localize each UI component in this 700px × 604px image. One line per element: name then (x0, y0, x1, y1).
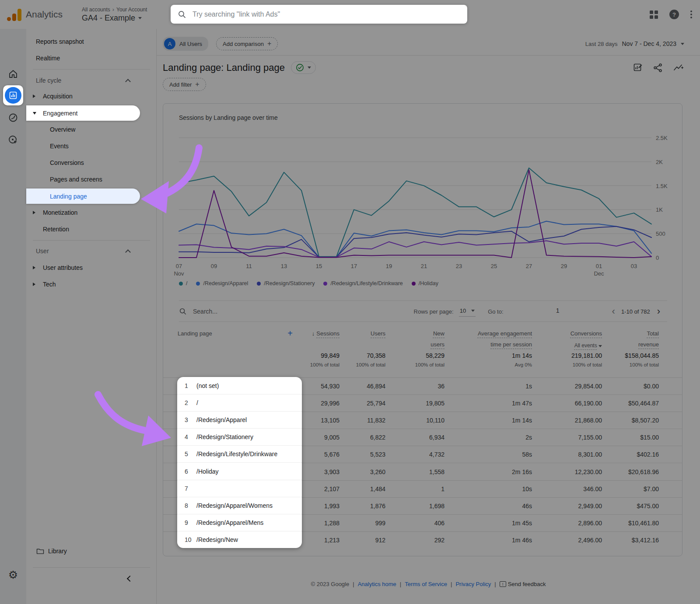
row-rank: 3 (177, 416, 195, 423)
row-rank: 6 (177, 468, 195, 475)
spotlight-row[interactable]: 5/Redesign/Lifestyle/Drinkware (177, 445, 302, 462)
search-input[interactable] (192, 10, 460, 18)
spotlight-row[interactable]: 2/ (177, 394, 302, 411)
row-landing-page: /Redesign/Apparel (196, 416, 247, 423)
nav-label: Engagement (43, 110, 77, 117)
nav-landing-page[interactable]: Landing page (26, 189, 140, 204)
global-search[interactable] (171, 5, 467, 24)
dim-overlay (0, 0, 700, 604)
row-landing-page: /Redesign/Stationery (196, 433, 253, 440)
nav-label: Landing page (50, 193, 87, 200)
collapse-triangle-icon (33, 112, 39, 115)
row-rank: 10 (177, 536, 195, 543)
row-rank: 8 (177, 502, 195, 509)
row-rank: 4 (177, 433, 195, 440)
spotlight-row[interactable]: 8/Redesign/Apparel/Womens (177, 497, 302, 514)
spotlight-row[interactable]: 4/Redesign/Stationery (177, 428, 302, 445)
row-rank: 7 (177, 485, 195, 492)
row-landing-page: /Redesign/New (196, 536, 238, 543)
row-landing-page: /Holiday (196, 468, 219, 475)
row-landing-page: /Redesign/Apparel/Mens (196, 519, 263, 526)
row-rank: 5 (177, 450, 195, 457)
spotlight-row[interactable]: 9/Redesign/Apparel/Mens (177, 514, 302, 531)
row-landing-page: /Redesign/Lifestyle/Drinkware (196, 450, 277, 457)
spotlight-row[interactable]: 1(not set) (177, 377, 302, 394)
reports-icon-circle (5, 87, 21, 104)
row-landing-page: / (196, 399, 198, 406)
row-landing-page: (not set) (196, 382, 219, 389)
spotlight-row[interactable]: 3/Redesign/Apparel (177, 411, 302, 428)
spotlight-row[interactable]: 7 (177, 480, 302, 497)
row-rank: 2 (177, 399, 195, 406)
search-icon (178, 10, 186, 19)
reports-icon[interactable] (3, 85, 23, 105)
spotlight-row[interactable]: 10/Redesign/New (177, 531, 302, 548)
nav-engagement[interactable]: Engagement (26, 105, 140, 121)
spotlight-row[interactable]: 6/Holiday (177, 462, 302, 479)
landing-page-column-spotlight: 1(not set)2/3/Redesign/Apparel4/Redesign… (177, 377, 302, 548)
row-rank: 1 (177, 382, 195, 389)
row-landing-page: /Redesign/Apparel/Womens (196, 502, 273, 509)
row-rank: 9 (177, 519, 195, 526)
